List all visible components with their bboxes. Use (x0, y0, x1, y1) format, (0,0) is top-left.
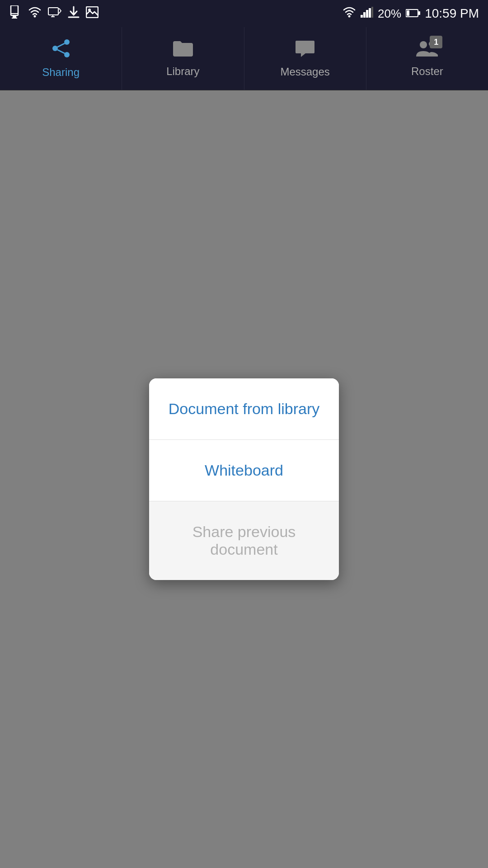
svg-point-26 (420, 41, 427, 48)
tab-sharing-label: Sharing (42, 66, 80, 79)
status-bar-right: 20% 10:59 PM (343, 6, 479, 21)
wifi-icon (28, 6, 42, 21)
document-from-library-label: Document from library (169, 400, 319, 417)
svg-line-25 (57, 50, 65, 53)
svg-rect-13 (361, 15, 363, 18)
svg-point-22 (64, 52, 70, 57)
share-previous-document-label: Share previous document (192, 523, 296, 558)
tab-roster[interactable]: 1 Roster (366, 27, 488, 90)
screen-mirror-icon (48, 6, 61, 21)
device-icon (9, 5, 22, 22)
share-previous-document-option[interactable]: Share previous document (149, 501, 339, 580)
document-from-library-option[interactable]: Document from library (149, 378, 339, 440)
whiteboard-option[interactable]: Whiteboard (149, 440, 339, 501)
roster-badge-count: 1 (430, 36, 442, 48)
tab-messages-label: Messages (280, 66, 329, 78)
tab-sharing[interactable]: Sharing (0, 27, 122, 90)
tab-messages[interactable]: Messages (244, 27, 366, 90)
battery-percentage: 20% (378, 7, 401, 21)
svg-rect-16 (369, 8, 371, 18)
main-content: Document from library Whiteboard Share p… (0, 90, 488, 868)
folder-icon (172, 39, 194, 61)
status-bar-left-icons (9, 5, 99, 22)
tab-library[interactable]: Library (122, 27, 244, 90)
svg-rect-20 (407, 10, 409, 16)
svg-rect-14 (363, 12, 366, 18)
svg-point-4 (34, 15, 36, 17)
svg-point-12 (348, 15, 351, 17)
share-icon (51, 38, 71, 62)
svg-point-23 (52, 46, 58, 51)
tab-bar: Sharing Library Messages (0, 27, 488, 90)
svg-rect-15 (366, 10, 368, 18)
image-icon (86, 6, 99, 21)
download-icon (68, 6, 80, 22)
signal-wifi-icon (343, 6, 356, 21)
status-time: 10:59 PM (425, 6, 479, 21)
signal-bars-icon (361, 6, 373, 21)
chat-icon (295, 39, 315, 62)
tab-library-label: Library (166, 65, 199, 78)
dialog-overlay: Document from library Whiteboard Share p… (0, 90, 488, 868)
share-dialog: Document from library Whiteboard Share p… (149, 378, 339, 580)
svg-line-24 (57, 43, 65, 47)
people-icon: 1 (415, 39, 439, 61)
svg-rect-5 (48, 8, 58, 15)
tab-roster-label: Roster (411, 65, 443, 78)
svg-point-21 (64, 39, 70, 45)
svg-rect-19 (418, 11, 420, 15)
status-bar: 20% 10:59 PM (0, 0, 488, 27)
svg-rect-17 (371, 7, 373, 18)
battery-icon (406, 6, 420, 21)
whiteboard-label: Whiteboard (205, 462, 283, 479)
